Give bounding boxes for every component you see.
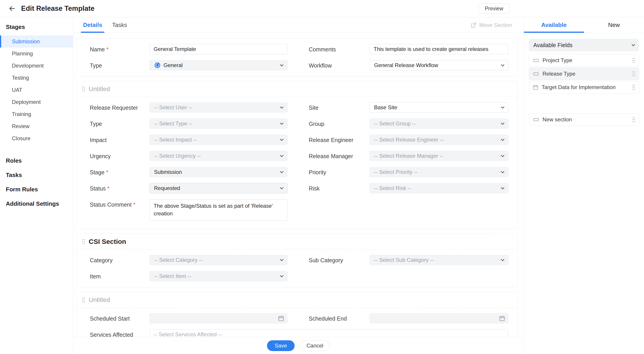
new-section-item[interactable]: New section	[529, 113, 639, 126]
tab-available[interactable]: Available	[524, 17, 584, 33]
sidebar-item-planning[interactable]: Planning	[0, 47, 73, 60]
release-manager-dropdown[interactable]: -- Select Release Manager --	[370, 151, 508, 161]
status-comment-label: Status Comment	[90, 199, 149, 208]
status-dropdown[interactable]: Requested	[149, 183, 288, 193]
sidebar-item-tasks[interactable]: Tasks	[0, 168, 73, 182]
chevron-down-icon	[280, 274, 284, 277]
sidebar-item-roles[interactable]: Roles	[0, 153, 73, 168]
available-fields-title: Available Fields	[533, 42, 572, 48]
drag-handle-icon[interactable]	[632, 57, 635, 63]
move-section-label: Move Section	[480, 22, 512, 28]
release-engineer-label: Release Engineer	[309, 135, 370, 143]
sub-category-dropdown[interactable]: -- Select Sub Category --	[370, 255, 508, 265]
section-title: Untitled	[89, 85, 110, 93]
section-title: CSI Section	[89, 238, 126, 245]
stage-dropdown[interactable]: Submission	[149, 167, 288, 177]
item-dropdown[interactable]: -- Select Item --	[149, 271, 288, 281]
category-value: -- Select Category --	[154, 257, 277, 263]
sub-category-label: Sub Category	[309, 255, 370, 264]
drag-handle-icon[interactable]	[82, 86, 85, 92]
sidebar-item-review[interactable]: Review	[0, 120, 73, 132]
available-fields-accordion[interactable]: Available Fields	[529, 39, 639, 51]
sidebar-item-closure[interactable]: Closure	[0, 132, 73, 144]
form-area: Name Comments Type	[73, 33, 524, 337]
move-section-button[interactable]: Move Section	[470, 17, 512, 33]
category-label: Category	[90, 255, 149, 264]
tab-new[interactable]: New	[584, 17, 644, 33]
move-section-icon	[470, 22, 477, 28]
sidebar-item-deployment[interactable]: Deployment	[0, 96, 73, 108]
drag-handle-icon[interactable]	[632, 84, 635, 90]
name-input[interactable]	[149, 44, 288, 54]
chevron-down-icon	[280, 137, 284, 141]
field-item-label: Target Data for Implementation	[542, 84, 616, 90]
sidebar-item-submission[interactable]: Submission	[0, 35, 73, 47]
impact-dropdown[interactable]: -- Select Impact --	[149, 135, 288, 145]
services-affected-input[interactable]	[149, 329, 508, 337]
chevron-down-icon	[280, 153, 284, 157]
arrow-left-icon	[8, 4, 16, 12]
item-label: Item	[90, 271, 149, 280]
save-button[interactable]: Save	[267, 340, 294, 351]
category-dropdown[interactable]: -- Select Category --	[149, 255, 288, 265]
chevron-down-icon	[501, 121, 504, 125]
sidebar-item-uat[interactable]: UAT	[0, 84, 73, 96]
left-sidebar: Stages Submission Planning Development T…	[0, 17, 73, 354]
calendar-icon	[278, 315, 284, 322]
drag-handle-icon[interactable]	[82, 239, 85, 245]
type2-label: Type	[90, 118, 149, 127]
field-item-release-type[interactable]: Release Type	[529, 67, 639, 80]
risk-label: Risk	[309, 183, 370, 192]
tab-details[interactable]: Details	[78, 17, 107, 33]
release-requester-label: Release Requester	[90, 102, 149, 111]
drag-handle-icon[interactable]	[82, 297, 85, 303]
preview-button[interactable]: Preview	[478, 3, 510, 14]
cancel-button[interactable]: Cancel	[300, 340, 330, 351]
type-dropdown[interactable]: General	[149, 60, 288, 70]
field-item-project-type[interactable]: Project Type	[529, 54, 639, 67]
type2-dropdown[interactable]: -- Select Type --	[149, 118, 288, 129]
back-button[interactable]	[6, 2, 18, 15]
top-header: Edit Release Template Preview	[0, 0, 644, 17]
urgency-dropdown[interactable]: -- Select Urgency --	[149, 151, 288, 161]
chevron-down-icon	[501, 153, 504, 157]
drag-handle-icon[interactable]	[632, 71, 635, 77]
main-content: Details Tasks Move Section Name Com	[73, 17, 524, 354]
tab-tasks[interactable]: Tasks	[107, 17, 132, 33]
scheduled-start-input[interactable]	[149, 313, 288, 324]
group-value: -- Select Group --	[374, 120, 498, 127]
risk-dropdown[interactable]: -- Select Risk --	[370, 183, 508, 193]
sidebar-item-form-rules[interactable]: Form Rules	[0, 182, 73, 197]
risk-value: -- Select Risk --	[374, 185, 498, 191]
main-tab-bar: Details Tasks Move Section	[73, 17, 524, 33]
status-comment-textarea[interactable]: The above Stage/Status is set as part of…	[149, 199, 288, 221]
priority-dropdown[interactable]: -- Select Priority --	[370, 167, 508, 177]
scheduled-end-input[interactable]	[370, 313, 508, 324]
field-item-target-data[interactable]: Target Data for Implementation	[529, 81, 639, 93]
impact-label: Impact	[90, 135, 149, 143]
status-label: Status	[90, 183, 149, 192]
sidebar-item-testing[interactable]: Testing	[0, 72, 73, 84]
chevron-down-icon	[280, 258, 284, 261]
stage-value: Submission	[154, 169, 277, 175]
new-section-label: New section	[542, 116, 572, 123]
sidebar-item-additional-settings[interactable]: Additional Settings	[0, 197, 73, 211]
drag-handle-icon[interactable]	[632, 117, 635, 122]
release-requester-dropdown[interactable]: -- Select User --	[149, 102, 288, 113]
group-dropdown[interactable]: -- Select Group --	[370, 118, 508, 129]
release-engineer-value: -- Select Release Engineer --	[374, 137, 498, 143]
comments-input[interactable]	[370, 44, 508, 54]
chevron-down-icon	[280, 170, 284, 173]
sidebar-item-training[interactable]: Training	[0, 108, 73, 120]
general-release-icon	[154, 62, 161, 69]
fields-panel: Available New Available Fields Project T…	[524, 17, 644, 354]
group-label: Group	[309, 118, 370, 127]
page-title: Edit Release Template	[21, 4, 94, 12]
sidebar-item-development[interactable]: Development	[0, 60, 73, 72]
scheduled-start-label: Scheduled Start	[90, 313, 149, 322]
site-dropdown[interactable]: Base Site	[370, 102, 508, 113]
chevron-down-icon	[501, 137, 504, 141]
sub-category-value: -- Select Sub Category --	[374, 257, 498, 263]
workflow-dropdown[interactable]: General Release Workflow	[370, 60, 508, 70]
release-engineer-dropdown[interactable]: -- Select Release Engineer --	[370, 135, 508, 145]
